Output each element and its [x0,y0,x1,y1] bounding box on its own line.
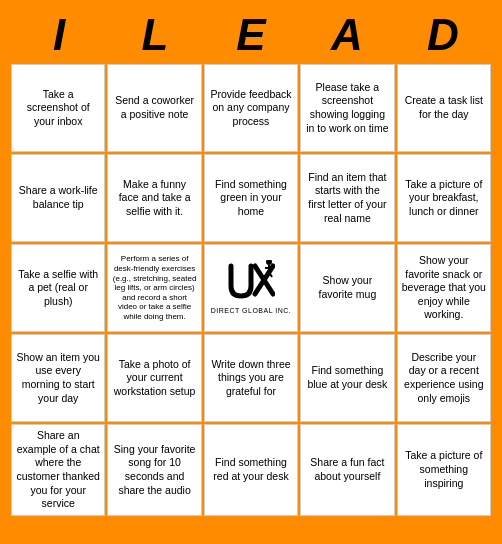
header-letter-i: I [15,10,103,60]
bingo-cell-r2c1: Share a work-life balance tip [11,154,105,242]
bingo-cell-r3c1: Take a selfie with a pet (real or plush) [11,244,105,332]
header-letter-a: A [303,10,391,60]
cell-text: Show an item you use every morning to st… [16,351,100,406]
cell-text: Find something red at your desk [209,456,293,483]
bingo-cell-r2c3: Find something green in your home [204,154,298,242]
cell-text: Make a funny face and take a selfie with… [112,178,196,219]
cell-text: Share a fun fact about yourself [305,456,389,483]
cell-text: Perform a series of desk-friendly exerci… [112,254,196,321]
cell-text: Show your favorite snack or beverage tha… [402,254,486,322]
bingo-cell-r1c1: Take a screenshot of your inbox [11,64,105,152]
bingo-cell-r3c2: Perform a series of desk-friendly exerci… [107,244,201,332]
cell-text: Find an item that starts with the first … [305,171,389,226]
bingo-cell-r1c4: Please take a screenshot showing logging… [300,64,394,152]
bingo-cell-r2c4: Find an item that starts with the first … [300,154,394,242]
bingo-cell-r4c1: Show an item you use every morning to st… [11,334,105,422]
ux-logo-text: DIRECT GLOBAL INC. [211,306,292,315]
header-row: I L E A D [11,10,491,60]
bingo-cell-r5c1: Share an example of a chat where the cus… [11,424,105,516]
cell-text: Provide feedback on any company process [209,88,293,129]
bingo-cell-r3c4: Show your favorite mug [300,244,394,332]
cell-text: Share an example of a chat where the cus… [16,429,100,511]
cell-text: Write down three things you are grateful… [209,358,293,399]
cell-text: Take a screenshot of your inbox [16,88,100,129]
ux-logo: DIRECT GLOBAL INC. [207,247,295,329]
bingo-cell-r3c5: Show your favorite snack or beverage tha… [397,244,491,332]
bingo-cell-r4c4: Find something blue at your desk [300,334,394,422]
cell-text: Describe your day or a recent experience… [402,351,486,406]
cell-text: Sing your favorite song for 10 seconds a… [112,443,196,498]
cell-text: Take a picture of your breakfast, lunch … [402,178,486,219]
svg-point-2 [266,260,272,265]
cell-text: Create a task list for the day [402,94,486,121]
header-letter-e: E [207,10,295,60]
bingo-cell-r5c5: Take a picture of something inspiring [397,424,491,516]
cell-text: Share a work-life balance tip [16,184,100,211]
bingo-cell-r1c5: Create a task list for the day [397,64,491,152]
cell-text: Send a coworker a positive note [112,94,196,121]
cell-text: Please take a screenshot showing logging… [305,81,389,136]
header-letter-d: D [399,10,487,60]
cell-text: Show your favorite mug [305,274,389,301]
cell-text: Take a picture of something inspiring [402,449,486,490]
bingo-cell-r4c5: Describe your day or a recent experience… [397,334,491,422]
header-letter-l: L [111,10,199,60]
ux-logo-icon [227,260,275,304]
bingo-cell-r5c3: Find something red at your desk [204,424,298,516]
bingo-cell-r2c5: Take a picture of your breakfast, lunch … [397,154,491,242]
bingo-cell-r3c3: DIRECT GLOBAL INC. [204,244,298,332]
bingo-grid: Take a screenshot of your inboxSend a co… [11,64,491,516]
bingo-cell-r1c2: Send a coworker a positive note [107,64,201,152]
cell-text: Take a photo of your current workstation… [112,358,196,399]
bingo-cell-r4c3: Write down three things you are grateful… [204,334,298,422]
bingo-card: I L E A D Take a screenshot of your inbo… [11,10,491,516]
cell-text: Take a selfie with a pet (real or plush) [16,268,100,309]
cell-text: Find something green in your home [209,178,293,219]
bingo-cell-r1c3: Provide feedback on any company process [204,64,298,152]
cell-text: Find something blue at your desk [305,364,389,391]
bingo-cell-r5c4: Share a fun fact about yourself [300,424,394,516]
bingo-cell-r2c2: Make a funny face and take a selfie with… [107,154,201,242]
bingo-cell-r4c2: Take a photo of your current workstation… [107,334,201,422]
bingo-cell-r5c2: Sing your favorite song for 10 seconds a… [107,424,201,516]
